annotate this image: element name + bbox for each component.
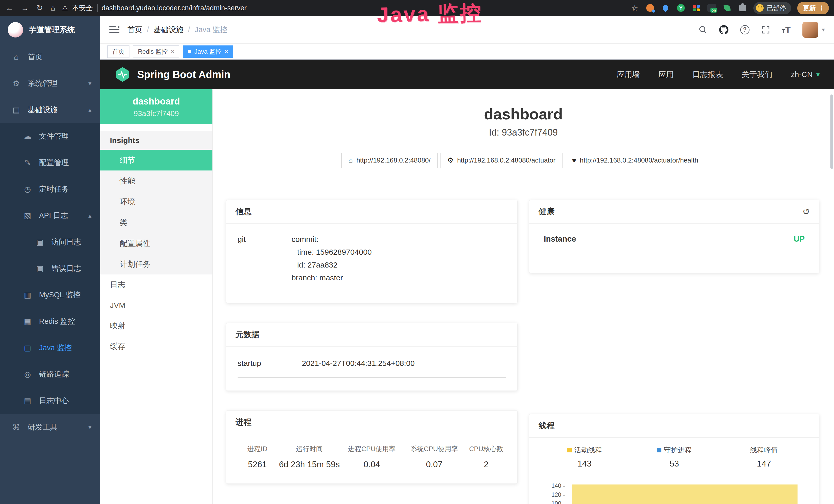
sidebar-item-file-management[interactable]: ☁ 文件管理 bbox=[0, 123, 100, 150]
paused-label: 已暂停 bbox=[767, 4, 786, 12]
forward-icon[interactable]: → bbox=[21, 0, 29, 16]
tabs-bar: 首页 Redis 监控 × Java 监控 × bbox=[100, 44, 834, 60]
sidebar-item-system-management[interactable]: ⚙ 系统管理 ▾ bbox=[0, 70, 100, 96]
health-url-link[interactable]: ♥ http://192.168.0.2:48080/actuator/heal… bbox=[565, 153, 705, 168]
git-time-line: time: 1596289704000 bbox=[291, 246, 506, 258]
kebab-menu-icon[interactable]: ⋮ bbox=[818, 4, 825, 12]
small-t: T bbox=[782, 28, 785, 35]
tab-home[interactable]: 首页 bbox=[107, 45, 129, 58]
sba-nav-wallboard[interactable]: 应用墙 bbox=[617, 69, 640, 80]
address-bar[interactable]: ⚠ 不安全 dashboard.yudao.iocoder.cn/infra/a… bbox=[62, 3, 247, 13]
close-icon[interactable]: × bbox=[171, 48, 174, 55]
col-header: 系统CPU使用率 bbox=[403, 444, 465, 453]
sba-item-metrics[interactable]: 性能 bbox=[100, 170, 213, 191]
menu-label: MySQL 监控 bbox=[39, 290, 81, 300]
process-col-system-cpu: 系统CPU使用率 0.07 bbox=[403, 444, 465, 469]
breadcrumb-home[interactable]: 首页 bbox=[127, 25, 142, 35]
active-tab-dot bbox=[188, 50, 191, 53]
sba-nav-about[interactable]: 关于我们 bbox=[742, 69, 772, 80]
search-icon[interactable] bbox=[699, 25, 707, 34]
sba-item-scheduled-tasks[interactable]: 计划任务 bbox=[100, 254, 213, 274]
sba-insights-section: Insights 细节 性能 环境 类 配置属性 计划任务 bbox=[100, 131, 213, 274]
y-axis-tick: 120 bbox=[540, 491, 565, 498]
sba-item-jvm[interactable]: JVM bbox=[100, 295, 213, 316]
sidebar-item-java-monitor[interactable]: ▢ Java 监控 bbox=[0, 335, 100, 361]
sba-locale-select[interactable]: zh-CN ▾ bbox=[791, 70, 820, 79]
y-extension-icon[interactable]: Y bbox=[676, 3, 685, 13]
tab-redis-monitor[interactable]: Redis 监控 × bbox=[133, 45, 179, 58]
grid-extension-icon[interactable] bbox=[692, 3, 701, 13]
vertical-scrollbar[interactable] bbox=[830, 94, 833, 169]
sba-brand[interactable]: Spring Boot Admin bbox=[114, 67, 231, 83]
sba-nav: 应用墙 应用 日志报表 关于我们 zh-CN ▾ bbox=[617, 69, 820, 80]
link-label: http://192.168.0.2:48080/ bbox=[356, 156, 431, 164]
bookmark-star-icon[interactable]: ☆ bbox=[630, 3, 639, 13]
leaf-extension-icon[interactable] bbox=[723, 3, 732, 13]
sidebar-item-mysql-monitor[interactable]: ▥ MySQL 监控 bbox=[0, 282, 100, 308]
service-url-link[interactable]: ⌂ http://192.168.0.2:48080/ bbox=[342, 153, 437, 168]
security-label[interactable]: 不安全 bbox=[72, 3, 93, 13]
col-header: CPU核心数 bbox=[465, 444, 507, 453]
user-avatar-menu[interactable]: ▾ bbox=[803, 22, 825, 38]
process-table: 进程ID 5261 运行时间 6d 23h 15m 59s 进程CPU使用率 0… bbox=[226, 434, 517, 483]
github-icon[interactable] bbox=[719, 25, 728, 35]
sba-nav-applications[interactable]: 应用 bbox=[658, 69, 674, 80]
sba-item-logs[interactable]: 日志 bbox=[100, 274, 213, 295]
browser-home-icon[interactable]: ⌂ bbox=[50, 0, 55, 16]
sidebar-item-config-management[interactable]: ✎ 配置管理 bbox=[0, 150, 100, 176]
sidebar-item-log-center[interactable]: ▤ 日志中心 bbox=[0, 387, 100, 414]
breadcrumb-infrastructure[interactable]: 基础设施 bbox=[154, 25, 183, 35]
timer-icon: ◷ bbox=[23, 185, 32, 193]
collapse-sidebar-icon[interactable] bbox=[109, 25, 120, 34]
info-value: commit: time: 1596289704000 id: 27aa832 … bbox=[291, 233, 506, 284]
puzzle-extension-icon[interactable] bbox=[738, 3, 747, 13]
sba-item-details[interactable]: 细节 bbox=[100, 150, 213, 170]
sba-item-mappings[interactable]: 映射 bbox=[100, 316, 213, 336]
sba-item-configprops[interactable]: 配置属性 bbox=[100, 233, 213, 254]
chevron-down-icon: ▾ bbox=[88, 80, 91, 87]
sba-nav-journal[interactable]: 日志报表 bbox=[692, 69, 723, 80]
sidebar-item-error-logs[interactable]: ▣ 错误日志 bbox=[0, 255, 100, 282]
help-icon[interactable]: ? bbox=[740, 25, 749, 35]
actuator-url-link[interactable]: ⚙ http://192.168.0.2:48080/actuator bbox=[440, 153, 563, 168]
metadata-row: startup 2021-04-27T00:44:31.254+08:00 bbox=[238, 357, 506, 378]
on-extension-icon[interactable]: on bbox=[707, 3, 716, 13]
sidebar-item-home[interactable]: ⌂ 首页 bbox=[0, 44, 100, 70]
close-icon[interactable]: × bbox=[224, 48, 228, 55]
sidebar-item-dev-tools[interactable]: ⌘ 研发工具 ▾ bbox=[0, 414, 100, 440]
menu-label: 日志中心 bbox=[39, 396, 69, 406]
history-icon[interactable]: ↺ bbox=[803, 206, 810, 217]
toolbox-icon: ⌘ bbox=[11, 422, 21, 432]
sba-instance-header[interactable]: dashboard 93a3fc7f7409 bbox=[100, 89, 213, 124]
update-label: 更新 bbox=[803, 4, 816, 12]
sba-item-classes[interactable]: 类 bbox=[100, 212, 213, 233]
sidebar-item-redis-monitor[interactable]: ▦ Redis 监控 bbox=[0, 308, 100, 335]
right-column: 健康 ↺ Instance UP 线程 bbox=[529, 200, 819, 504]
metadata-key: startup bbox=[238, 357, 302, 370]
reload-icon[interactable]: ↻ bbox=[37, 0, 43, 16]
col-header: 进程ID bbox=[237, 444, 278, 453]
chrome-update-button[interactable]: 更新 ⋮ bbox=[797, 2, 829, 15]
sba-item-caches[interactable]: 缓存 bbox=[100, 336, 213, 357]
fullscreen-icon[interactable] bbox=[761, 25, 770, 34]
sidebar-item-api-logs[interactable]: ▧ API 日志 ▴ bbox=[0, 202, 100, 229]
app-logo[interactable]: 芋道管理系统 bbox=[0, 16, 100, 44]
cloud-icon: ☁ bbox=[23, 132, 32, 141]
menu-label: Redis 监控 bbox=[39, 316, 75, 327]
sba-item-environment[interactable]: 环境 bbox=[100, 191, 213, 212]
drop-extension-icon[interactable] bbox=[661, 3, 670, 13]
edit-icon: ✎ bbox=[23, 158, 32, 167]
browser-nav: ← → ↻ ⌂ bbox=[0, 0, 62, 16]
trace-icon: ◎ bbox=[23, 370, 32, 379]
col-value: 2 bbox=[465, 460, 507, 469]
sidebar-item-tracing[interactable]: ◎ 链路追踪 bbox=[0, 361, 100, 387]
tab-java-monitor[interactable]: Java 监控 × bbox=[183, 45, 233, 58]
font-size-icon[interactable]: TT bbox=[782, 25, 791, 35]
translate-extension-icon[interactable] bbox=[645, 3, 655, 13]
menu-label: 首页 bbox=[28, 52, 43, 62]
sidebar-item-access-logs[interactable]: ▣ 访问日志 bbox=[0, 229, 100, 255]
back-icon[interactable]: ← bbox=[6, 0, 13, 16]
sidebar-item-infrastructure[interactable]: ▤ 基础设施 ▴ bbox=[0, 96, 100, 123]
profile-paused-pill[interactable]: 已暂停 bbox=[753, 2, 791, 14]
sidebar-item-scheduled-jobs[interactable]: ◷ 定时任务 bbox=[0, 176, 100, 202]
